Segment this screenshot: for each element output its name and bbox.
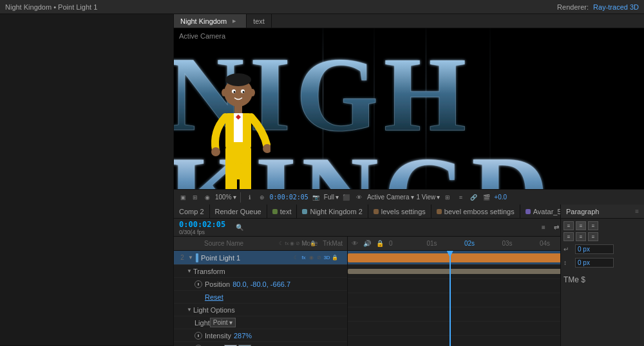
tab-text[interactable]: text xyxy=(247,14,272,28)
quality-select[interactable]: Full ▾ xyxy=(324,194,339,201)
reset-link[interactable]: Reset xyxy=(205,293,223,301)
info-icon[interactable]: ℹ xyxy=(245,192,255,203)
layer-vis-icons: ☾ fx ◉ ⊘ 3D 🔒 xyxy=(291,254,339,261)
zoom-arrow: ▾ xyxy=(233,194,236,201)
layer-name: Point Light 1 xyxy=(201,254,291,262)
svg-rect-27 xyxy=(240,163,251,189)
source-name-header: Source Name xyxy=(202,240,278,247)
transform-expand[interactable]: ▼ xyxy=(187,268,192,274)
tme-text-display: TMe $ xyxy=(564,275,641,284)
comp-tab-comp2[interactable]: Comp 2 xyxy=(174,205,210,218)
ruler-04s: 04s xyxy=(540,240,550,247)
comp-tab-levels-dot xyxy=(374,209,379,214)
eye-icon[interactable]: 👁 xyxy=(354,192,365,203)
tab-text-label: text xyxy=(253,17,265,25)
film-icon[interactable]: 🎬 xyxy=(481,192,491,203)
comp-tab-text-label: text xyxy=(280,208,292,215)
viewport-mid-icons: ℹ ⊕ xyxy=(245,192,267,203)
renderer-value: Ray-traced 3D xyxy=(593,3,639,11)
position-value[interactable]: 80.0, -80.0, -666.7 xyxy=(232,280,290,288)
align-icons-row: ≡ ≡ ≡ xyxy=(564,221,641,230)
comp-tab-text[interactable]: text xyxy=(267,205,298,218)
position-row: Position 80.0, -80.0, -666.7 xyxy=(174,278,347,291)
threed-icon[interactable]: 3D xyxy=(323,254,330,261)
comp-tab-rq-label: Render Queue xyxy=(215,208,261,215)
reset-row: Reset xyxy=(174,291,347,304)
timeline-time[interactable]: 0:00:02:05 xyxy=(179,220,231,229)
shy-icon[interactable]: ☾ xyxy=(292,254,299,261)
indent-input[interactable] xyxy=(575,244,614,254)
link-icon[interactable]: 🔗 xyxy=(468,192,478,203)
fx-icon[interactable]: fx xyxy=(300,254,307,261)
vis-header: 👁 xyxy=(352,240,358,247)
align-left-icon[interactable]: ≡ xyxy=(564,221,574,230)
layer-color xyxy=(196,253,198,262)
comp-tab-levels-label: levels settings xyxy=(381,208,426,215)
layer-headers: Source Name ☾ fx ◉ ⊘ 3D 🔒 Mode TrkMat xyxy=(174,237,347,251)
position-stopwatch[interactable] xyxy=(194,280,202,288)
view-label: 1 View xyxy=(417,194,436,201)
playhead[interactable] xyxy=(450,251,451,346)
intensity-stopwatch[interactable] xyxy=(194,332,202,340)
mode-header: Mode xyxy=(299,240,319,247)
ruler-0: 0 xyxy=(389,240,393,247)
camera-icon2[interactable]: 📷 xyxy=(311,192,321,203)
viewport-tabs: Night Kingdom ▸ text xyxy=(174,14,644,28)
space-label: ↕ xyxy=(564,259,573,266)
light-type-dropdown[interactable]: Point ▾ xyxy=(210,318,236,327)
avatar-character xyxy=(206,73,270,189)
trkmat-header: TrkMat xyxy=(321,240,345,247)
viewport-left-icons: ▣ ⊞ ◉ xyxy=(178,192,213,203)
ruler-03s: 03s xyxy=(502,240,513,247)
comp-tab-avatar-label: Avatar_5 xyxy=(533,208,562,215)
align-right-icon[interactable]: ≡ xyxy=(588,221,598,230)
target-icon[interactable]: ⊕ xyxy=(257,192,267,203)
comp-tab-levels[interactable]: levels settings xyxy=(368,205,431,218)
timecode-display: 0:00:02:05 xyxy=(270,194,308,201)
zoom-value: 100% xyxy=(215,194,232,201)
circle-view-icon[interactable]: ◉ xyxy=(202,192,213,203)
justify-right-icon[interactable]: ≡ xyxy=(588,232,598,241)
left-panel xyxy=(0,14,174,346)
layer-expand[interactable]: ▼ xyxy=(188,255,196,260)
tab-night-kingdom-label: Night Kingdom xyxy=(180,17,227,25)
motion-icon[interactable]: ◉ xyxy=(308,254,315,261)
fx-header: fx xyxy=(285,240,289,247)
align-center-icon[interactable]: ≡ xyxy=(576,221,586,230)
active-camera-select[interactable]: Active Camera ▾ xyxy=(367,194,414,201)
svg-rect-17 xyxy=(234,105,242,113)
layer-num: 2 xyxy=(176,254,188,261)
layers-icon[interactable]: ≡ xyxy=(455,192,466,203)
zoom-control[interactable]: 100% ▾ xyxy=(215,194,236,201)
comp-tab-nk2[interactable]: Night Kingdom 2 xyxy=(297,205,368,218)
grid-icon[interactable]: ⊞ xyxy=(190,192,200,203)
monitor-icon[interactable]: ▣ xyxy=(178,192,188,203)
comp-tab-render-queue[interactable]: Render Queue xyxy=(210,205,267,218)
layers-toggle-icon[interactable]: ≡ xyxy=(538,223,549,233)
intensity-label: Intensity xyxy=(205,332,231,340)
grid2-icon[interactable]: ⊞ xyxy=(442,192,453,203)
layer-row-point-light[interactable]: 2 ▼ Point Light 1 ☾ fx ◉ ⊘ 3D 🔒 xyxy=(174,251,347,265)
justify-left-icon[interactable]: ≡ xyxy=(564,232,574,241)
divider-1 xyxy=(240,192,241,203)
paragraph-content: ≡ ≡ ≡ ≡ ≡ ≡ ↵ ↕ T xyxy=(561,219,644,287)
plus-zero[interactable]: +0.0 xyxy=(494,194,507,201)
light-type-value: Point xyxy=(213,319,228,326)
layer-list: Source Name ☾ fx ◉ ⊘ 3D 🔒 Mode TrkMat xyxy=(174,237,348,346)
svg-point-10 xyxy=(225,73,251,86)
comp-tab-bevel[interactable]: bevel emboss settings xyxy=(431,205,520,218)
checkerboard-icon[interactable]: ⬛ xyxy=(341,192,352,203)
search-icon[interactable]: 🔍 xyxy=(234,223,245,233)
intensity-value[interactable]: 287% xyxy=(234,332,252,340)
view-select[interactable]: 1 View ▾ xyxy=(417,194,440,201)
transform-row: ▼ Transform xyxy=(174,265,347,278)
space-input[interactable] xyxy=(575,258,614,268)
lock-icon[interactable]: 🔒 xyxy=(331,254,338,261)
adjust-icon[interactable]: ⊘ xyxy=(316,254,323,261)
viewport-toolbar: ▣ ⊞ ◉ 100% ▾ ℹ ⊕ 0:00:02:05 📷 Full ▾ ⬛ xyxy=(174,189,644,205)
timecode-control[interactable]: 0:00:02:05 xyxy=(270,194,308,201)
light-expand[interactable]: ▼ xyxy=(187,307,192,313)
tab-night-kingdom[interactable]: Night Kingdom ▸ xyxy=(174,14,247,28)
justify-center-icon[interactable]: ≡ xyxy=(576,232,586,241)
paragraph-title-label: Paragraph xyxy=(566,208,599,215)
